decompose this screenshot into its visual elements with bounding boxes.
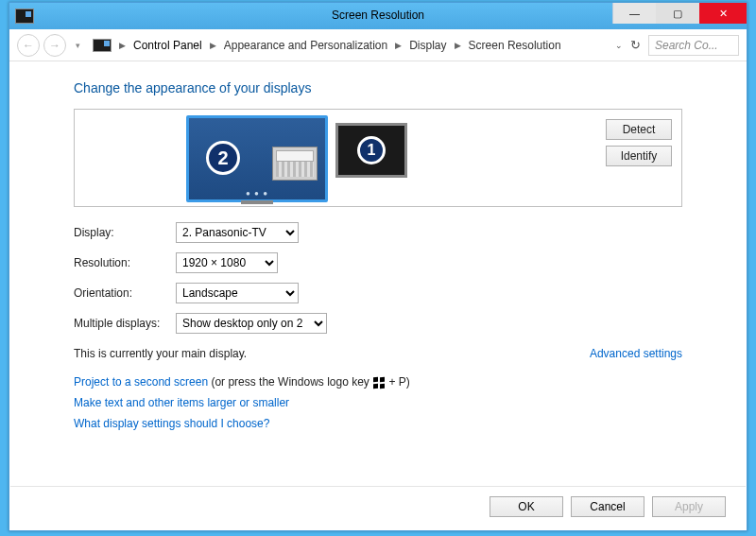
apply-button: Apply xyxy=(652,496,726,517)
orientation-label: Orientation: xyxy=(74,286,176,300)
ok-button[interactable]: OK xyxy=(490,496,563,517)
advanced-settings-link[interactable]: Advanced settings xyxy=(590,347,682,360)
windows-logo-icon xyxy=(373,377,385,389)
display-preview: 2 ● ● ● 1 Detect Identify xyxy=(74,109,682,207)
page-title: Change the appearance of your displays xyxy=(74,80,682,95)
project-second-screen-link[interactable]: Project to a second screen xyxy=(74,375,208,389)
resolution-select[interactable]: 1920 × 1080 xyxy=(176,252,278,273)
desktop-icon xyxy=(272,147,318,181)
project-hint-text-b: + P) xyxy=(389,375,410,389)
titlebar[interactable]: Screen Resolution — ▢ ✕ xyxy=(9,3,747,29)
breadcrumb-category[interactable]: Appearance and Personalization xyxy=(224,39,387,52)
settings-form: Display: 2. Panasonic-TV Resolution: 192… xyxy=(74,222,682,334)
identify-button[interactable]: Identify xyxy=(606,146,672,166)
main-display-status: This is currently your main display. xyxy=(74,347,247,360)
resize-dots-icon: ● ● ● xyxy=(246,189,268,198)
breadcrumb[interactable]: ▶ Control Panel ▶ Appearance and Persona… xyxy=(115,39,561,52)
multiple-displays-select[interactable]: Show desktop only on 2 xyxy=(176,313,327,334)
separator xyxy=(10,486,746,487)
orientation-select[interactable]: Landscape xyxy=(176,283,299,303)
forward-button[interactable]: → xyxy=(43,34,66,57)
display-label: Display: xyxy=(74,226,176,239)
chevron-right-icon: ▶ xyxy=(455,41,461,50)
content-area: Change the appearance of your displays 2… xyxy=(9,61,747,430)
address-dropdown-icon[interactable]: ⌄ xyxy=(615,41,623,50)
control-panel-icon xyxy=(93,39,112,52)
screen-resolution-window: Screen Resolution — ▢ ✕ ← → ▾ ▶ Control … xyxy=(9,2,747,531)
display-select[interactable]: 2. Panasonic-TV xyxy=(176,222,299,243)
breadcrumb-root[interactable]: Control Panel xyxy=(133,39,202,52)
detect-button[interactable]: Detect xyxy=(606,119,672,140)
chevron-right-icon: ▶ xyxy=(210,41,216,50)
breadcrumb-leaf[interactable]: Screen Resolution xyxy=(469,39,561,52)
history-dropdown-icon[interactable]: ▾ xyxy=(72,41,83,50)
monitor-2[interactable]: 2 ● ● ● xyxy=(186,115,328,202)
chevron-right-icon: ▶ xyxy=(119,41,126,50)
monitor-stand-icon xyxy=(241,200,273,204)
multiple-displays-label: Multiple displays: xyxy=(74,317,176,330)
resolution-label: Resolution: xyxy=(74,256,176,269)
close-button[interactable]: ✕ xyxy=(699,3,747,24)
monitor-1[interactable]: 1 xyxy=(335,123,407,178)
back-button[interactable]: ← xyxy=(17,34,40,57)
chevron-right-icon: ▶ xyxy=(395,41,402,50)
refresh-icon[interactable]: ↻ xyxy=(630,38,641,52)
text-size-link[interactable]: Make text and other items larger or smal… xyxy=(74,396,289,409)
breadcrumb-sub[interactable]: Display xyxy=(409,39,446,52)
maximize-button[interactable]: ▢ xyxy=(656,3,699,24)
minimize-button[interactable]: — xyxy=(612,3,656,24)
window-title: Screen Resolution xyxy=(332,9,424,22)
monitor-number-badge: 2 xyxy=(206,141,240,175)
cancel-button[interactable]: Cancel xyxy=(571,496,644,517)
search-input[interactable]: Search Co... xyxy=(648,35,739,56)
monitor-number-badge: 1 xyxy=(357,136,386,164)
which-settings-link[interactable]: What display settings should I choose? xyxy=(74,417,269,430)
search-placeholder: Search Co... xyxy=(655,39,718,52)
project-hint-text-a: (or press the Windows logo key xyxy=(211,375,372,389)
app-icon xyxy=(15,9,34,24)
navigation-bar: ← → ▾ ▶ Control Panel ▶ Appearance and P… xyxy=(9,29,747,61)
